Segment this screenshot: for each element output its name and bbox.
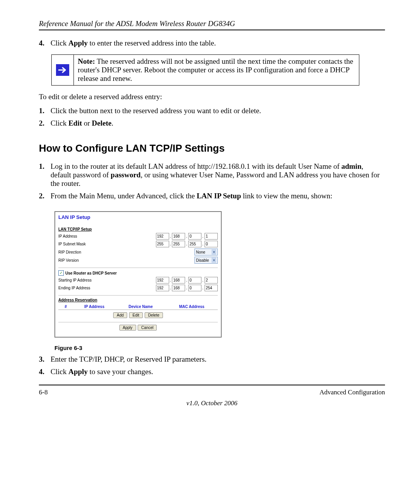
ip-octet-3[interactable]: 0 xyxy=(188,233,201,240)
footer-rule xyxy=(39,385,385,385)
ip-octet-2[interactable]: 168 xyxy=(172,233,185,240)
arrow-right-icon xyxy=(56,64,69,76)
start-octet-3[interactable]: 0 xyxy=(188,277,201,284)
mask-octet-3[interactable]: 255 xyxy=(188,241,201,247)
version-line: v1.0, October 2006 xyxy=(39,399,385,407)
rip-version-select[interactable]: Disable ▾ xyxy=(194,257,218,264)
step-number: 1. xyxy=(39,162,51,188)
cfg-step-1: 1. Log in to the router at its default L… xyxy=(39,162,385,188)
page-footer: 6-8 Advanced Configuration xyxy=(39,388,385,396)
col-mac: MAC Address xyxy=(166,304,218,310)
dhcp-server-row: ✓ Use Router as DHCP Server xyxy=(58,270,218,276)
step-number: 2. xyxy=(39,119,51,128)
text: Click xyxy=(51,39,68,47)
text: to save your changes. xyxy=(88,368,153,376)
bold-text: LAN IP Setup xyxy=(197,192,241,200)
mask-octet-1[interactable]: 255 xyxy=(156,241,169,247)
apply-button[interactable]: Apply xyxy=(119,325,136,331)
bold-text: Delete xyxy=(92,119,112,127)
edit-step-2: 2. Click Edit or Delete. xyxy=(39,119,385,128)
note-box: Note: The reserved address will not be a… xyxy=(51,54,359,86)
start-ip-row: Starting IP Address 192. 168. 0. 2 xyxy=(58,277,218,284)
step-number: 4. xyxy=(39,39,51,47)
text: to enter the reserved address into the t… xyxy=(88,39,216,47)
note-text: Note: The reserved address will not be a… xyxy=(74,55,359,85)
delete-button[interactable]: Delete xyxy=(145,312,163,318)
step-text: Click Apply to save your changes. xyxy=(51,368,385,376)
step-text: Click Edit or Delete. xyxy=(51,119,385,128)
cancel-button[interactable]: Cancel xyxy=(138,325,157,331)
bold-text: password xyxy=(111,171,141,179)
rip-direction-label: RIP Direction xyxy=(58,250,194,254)
col-ip: IP Address xyxy=(73,304,116,310)
rip-version-label: RIP Version xyxy=(58,258,194,262)
cfg-step-2: 2. From the Main Menu, under Advanced, c… xyxy=(39,192,385,200)
step-4: 4. Click Apply to enter the reserved add… xyxy=(39,39,385,47)
select-value: Disable xyxy=(196,258,209,262)
step-text: From the Main Menu, under Advanced, clic… xyxy=(51,192,385,200)
address-reservation-heading: Address Reservation xyxy=(58,298,218,302)
lan-ip-setup-figure: LAN IP Setup LAN TCP/IP Setup IP Address… xyxy=(54,211,222,338)
step-text: Click the button next to the reserved ad… xyxy=(51,107,385,115)
text: Click xyxy=(51,368,68,376)
start-octet-2[interactable]: 168 xyxy=(172,277,185,284)
panel-title: LAN IP Setup xyxy=(58,214,218,220)
subnet-mask-label: IP Subnet Mask xyxy=(58,242,156,246)
add-button[interactable]: Add xyxy=(113,312,127,318)
edit-step-1: 1. Click the button next to the reserved… xyxy=(39,107,385,115)
mask-octet-2[interactable]: 255 xyxy=(172,241,185,247)
col-device: Device Name xyxy=(116,304,166,310)
mask-octet-4[interactable]: 0 xyxy=(205,241,218,247)
subnet-mask-row: IP Subnet Mask 255. 255. 255. 0 xyxy=(58,241,218,247)
dhcp-label: Use Router as DHCP Server xyxy=(65,271,117,275)
note-icon-cell xyxy=(52,55,74,85)
step-text: Log in to the router at its default LAN … xyxy=(51,162,385,188)
section-heading: How to Configure LAN TCP/IP Settings xyxy=(39,142,385,154)
end-ip-label: Ending IP Address xyxy=(58,286,156,290)
note-label: Note: xyxy=(78,57,95,65)
reservation-table: # IP Address Device Name MAC Address xyxy=(58,304,218,310)
rip-version-row: RIP Version Disable ▾ xyxy=(58,257,218,264)
header-rule xyxy=(39,30,385,30)
edit-button[interactable]: Edit xyxy=(129,312,143,318)
end-ip-row: Ending IP Address 192. 168. 0. 254 xyxy=(58,285,218,291)
ip-octet-4[interactable]: 1 xyxy=(205,233,218,240)
bold-text: Edit xyxy=(68,119,82,127)
ip-octet-1[interactable]: 192 xyxy=(156,233,169,240)
bold-text: admin xyxy=(341,162,362,170)
text: link to view the menu, shown: xyxy=(241,192,332,200)
step-text: Enter the TCP/IP, DHCP, or Reserved IP p… xyxy=(51,355,385,364)
figure-caption: Figure 6-3 xyxy=(54,345,385,351)
end-octet-3[interactable]: 0 xyxy=(188,285,201,291)
bold-text: Apply xyxy=(68,39,88,47)
end-octet-1[interactable]: 192 xyxy=(156,285,169,291)
text: From the Main Menu, under Advanced, clic… xyxy=(51,192,197,200)
text: or xyxy=(82,119,92,127)
text: Click xyxy=(51,119,68,127)
step-text: Click Apply to enter the reserved addres… xyxy=(51,39,385,47)
chevron-down-icon: ▾ xyxy=(212,257,216,263)
select-value: None xyxy=(196,250,205,254)
note-body: The reserved address will not be assigne… xyxy=(78,57,353,82)
col-hash: # xyxy=(58,304,73,310)
end-octet-2[interactable]: 168 xyxy=(172,285,185,291)
step-number: 4. xyxy=(39,368,51,376)
chevron-down-icon: ▾ xyxy=(212,249,216,255)
page-header: Reference Manual for the ADSL Modem Wire… xyxy=(39,19,385,28)
subheading-tcpip: LAN TCP/IP Setup xyxy=(58,227,218,231)
step-number: 3. xyxy=(39,355,51,364)
step-number: 1. xyxy=(39,107,51,115)
edit-intro: To edit or delete a reserved address ent… xyxy=(39,93,385,101)
chapter-title: Advanced Configuration xyxy=(319,388,385,396)
rip-direction-select[interactable]: None ▾ xyxy=(194,248,218,256)
end-octet-4[interactable]: 254 xyxy=(205,285,218,291)
cfg-step-4: 4. Click Apply to save your changes. xyxy=(39,368,385,376)
text: Log in to the router at its default LAN … xyxy=(51,162,341,170)
ip-address-row: IP Address 192. 168. 0. 1 xyxy=(58,233,218,240)
start-ip-label: Starting IP Address xyxy=(58,278,156,282)
bold-text: Apply xyxy=(68,368,88,376)
start-octet-1[interactable]: 192 xyxy=(156,277,169,284)
start-octet-4[interactable]: 2 xyxy=(205,277,218,284)
rip-direction-row: RIP Direction None ▾ xyxy=(58,248,218,256)
dhcp-checkbox[interactable]: ✓ xyxy=(58,270,64,276)
